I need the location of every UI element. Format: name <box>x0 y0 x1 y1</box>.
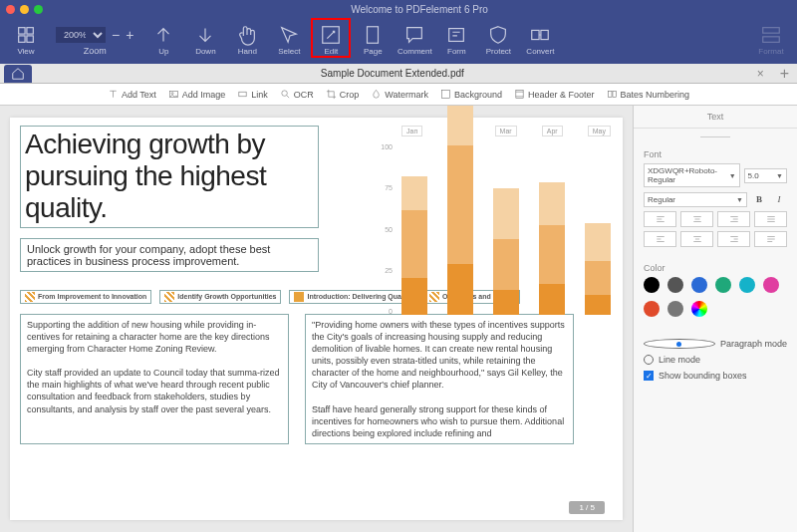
bar <box>493 188 519 316</box>
svg-rect-7 <box>532 30 539 39</box>
svg-rect-10 <box>763 37 780 43</box>
color-swatch[interactable] <box>667 301 683 317</box>
svg-rect-16 <box>516 90 523 98</box>
font-family-select[interactable]: XDGWQR+Roboto-Regular▼ <box>644 163 740 187</box>
svg-rect-13 <box>239 92 246 97</box>
up-icon <box>152 24 174 46</box>
color-swatch[interactable] <box>763 277 779 293</box>
y-tick: 100 <box>367 143 393 150</box>
bar <box>539 182 565 315</box>
color-swatches <box>644 277 787 317</box>
font-weight-select[interactable]: Regular▼ <box>644 192 747 207</box>
svg-rect-18 <box>613 91 617 97</box>
bar <box>447 106 473 315</box>
crop-button[interactable]: Crop <box>326 89 360 100</box>
align-justify-button[interactable] <box>754 211 787 227</box>
body-column-right[interactable]: "Providing home owners with these types … <box>305 314 574 444</box>
down-button[interactable]: Down <box>187 20 223 56</box>
format-button: Format <box>753 20 789 56</box>
color-swatch[interactable] <box>644 301 660 317</box>
color-swatch[interactable] <box>691 301 707 317</box>
view-icon <box>15 24 37 46</box>
show-bounding-boxes-checkbox[interactable]: ✓Show bounding boxes <box>644 371 787 381</box>
form-icon <box>445 24 467 46</box>
protect-icon <box>487 24 509 46</box>
up-button[interactable]: Up <box>145 20 181 56</box>
month-label: Jan <box>401 126 422 136</box>
hand-button[interactable]: Hand <box>229 20 265 56</box>
bold-button[interactable]: B <box>751 191 767 207</box>
y-tick: 0 <box>367 308 393 315</box>
add-text-button[interactable]: Add Text <box>108 89 156 100</box>
edit-button[interactable]: Edit <box>313 20 349 56</box>
bar <box>585 223 611 315</box>
svg-point-12 <box>171 93 173 95</box>
svg-rect-6 <box>449 29 464 42</box>
zoom-out-button[interactable]: − <box>112 27 120 43</box>
line-mode-radio[interactable]: Line mode <box>644 355 787 365</box>
svg-rect-8 <box>541 30 548 39</box>
bates-button[interactable]: Bates Numbering <box>607 89 690 100</box>
svg-rect-17 <box>608 91 612 97</box>
convert-button[interactable]: Convert <box>522 20 558 56</box>
font-size-select[interactable]: 5.0▼ <box>744 168 787 183</box>
align-center-button[interactable] <box>680 211 713 227</box>
new-tab-button[interactable]: + <box>772 65 797 83</box>
y-tick: 25 <box>367 267 393 274</box>
align-right-button[interactable] <box>717 211 750 227</box>
svg-rect-5 <box>368 27 379 44</box>
color-swatch[interactable] <box>644 277 660 293</box>
comment-button[interactable]: Comment <box>397 20 432 56</box>
font-section-label: Font <box>644 149 787 159</box>
add-image-button[interactable]: Add Image <box>168 89 226 100</box>
color-swatch[interactable] <box>739 277 755 293</box>
link-button[interactable]: Link <box>237 89 268 100</box>
maximize-window-button[interactable] <box>34 5 43 14</box>
protect-button[interactable]: Protect <box>480 20 516 56</box>
pdf-page: Achieving growth by pursuing the highest… <box>10 118 623 520</box>
align-extra1-button[interactable] <box>644 231 676 247</box>
month-label: May <box>588 126 611 136</box>
close-window-button[interactable] <box>6 5 15 14</box>
zoom-select[interactable]: 200% <box>56 27 106 43</box>
color-swatch[interactable] <box>715 277 731 293</box>
section-label[interactable]: Identify Growth Opportunities <box>159 290 281 304</box>
convert-icon <box>529 24 551 46</box>
svg-rect-3 <box>27 36 33 42</box>
svg-rect-15 <box>441 90 449 98</box>
subhead-text[interactable]: Unlock growth for your company, adopt th… <box>20 238 319 272</box>
label-icon <box>25 292 35 302</box>
svg-rect-2 <box>19 36 25 42</box>
month-label: Apr <box>542 126 563 136</box>
header-footer-button[interactable]: Header & Footer <box>514 89 595 100</box>
close-tab-button[interactable]: × <box>749 67 772 81</box>
color-section-label: Color <box>644 263 787 273</box>
align-extra3-button[interactable] <box>717 231 750 247</box>
headline-text[interactable]: Achieving growth by pursuing the highest… <box>20 126 319 228</box>
properties-panel: Text Font XDGWQR+Roboto-Regular▼ 5.0▼ Re… <box>633 106 797 532</box>
minimize-window-button[interactable] <box>20 5 29 14</box>
hand-icon <box>236 24 258 46</box>
watermark-button[interactable]: Watermark <box>371 89 428 100</box>
view-button[interactable]: View <box>8 20 44 56</box>
align-left-button[interactable] <box>644 211 676 227</box>
align-extra2-button[interactable] <box>680 231 713 247</box>
home-tab[interactable] <box>4 65 32 83</box>
format-icon <box>760 24 782 46</box>
align-extra4-button[interactable] <box>754 231 787 247</box>
paragraph-mode-radio[interactable]: Paragraph mode <box>644 339 787 349</box>
canvas-area[interactable]: Achieving growth by pursuing the highest… <box>0 106 633 532</box>
color-swatch[interactable] <box>691 277 707 293</box>
background-button[interactable]: Background <box>440 89 502 100</box>
page-button[interactable]: Page <box>355 20 391 56</box>
section-label[interactable]: From Improvement to Innovation <box>20 290 151 304</box>
ocr-button[interactable]: OCR <box>280 89 314 100</box>
italic-button[interactable]: I <box>771 191 787 207</box>
app-title: Welcome to PDFelement 6 Pro <box>48 4 791 15</box>
form-button[interactable]: Form <box>438 20 474 56</box>
select-button[interactable]: Select <box>271 20 307 56</box>
zoom-in-button[interactable]: + <box>126 27 133 43</box>
body-column-left[interactable]: Supporting the addition of new housing w… <box>20 314 289 444</box>
svg-rect-0 <box>19 28 25 34</box>
color-swatch[interactable] <box>667 277 683 293</box>
